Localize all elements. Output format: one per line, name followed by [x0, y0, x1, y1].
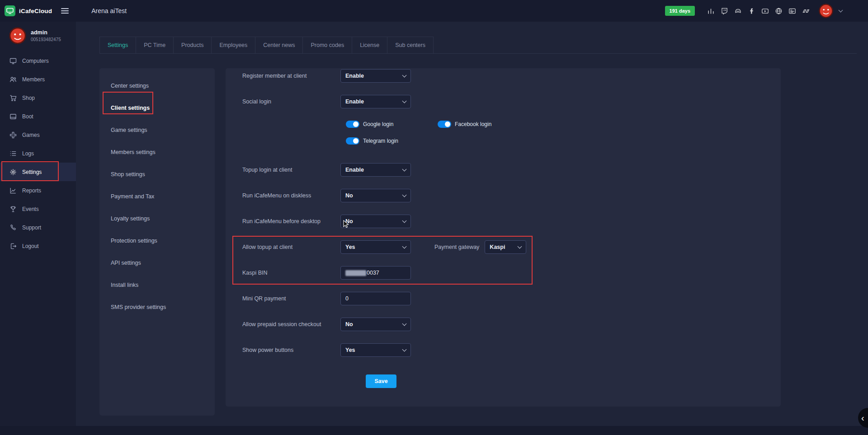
google-login-label: Google login	[363, 121, 393, 127]
tab-license[interactable]: License	[352, 37, 387, 53]
card-icon[interactable]	[788, 7, 796, 15]
user-id: 005193482475	[31, 37, 61, 42]
nav-client-settings[interactable]: Client settings	[99, 97, 215, 119]
telegram-login-toggle[interactable]	[346, 137, 359, 145]
menu-toggle-icon[interactable]	[61, 8, 69, 14]
sidebar-item-label: Support	[22, 225, 41, 231]
sidebar-item-computers[interactable]: Computers	[0, 51, 76, 70]
sidebar-item-games[interactable]: Games	[0, 126, 76, 144]
run-diskless-label: Run iCafeMenu on diskless	[242, 192, 340, 199]
chevron-down-icon[interactable]	[839, 8, 843, 12]
allow-topup-select[interactable]: Yes	[340, 240, 411, 254]
nav-install-links[interactable]: Install links	[99, 274, 215, 296]
sidebar-item-label: Members	[22, 76, 45, 83]
mini-qr-input[interactable]: 0	[340, 292, 411, 305]
topup-login-label: Topup login at client	[242, 167, 340, 173]
payment-gateway-select[interactable]: Kaspi	[485, 240, 526, 254]
discord-icon[interactable]	[734, 7, 742, 15]
logo-text: iCafeCloud	[19, 8, 52, 14]
logout-icon	[9, 243, 17, 250]
sidebar-item-boot[interactable]: Boot	[0, 107, 76, 126]
nav-protection-settings[interactable]: Protection settings	[99, 229, 215, 252]
kaspi-bin-input[interactable]: 0037	[340, 266, 411, 280]
gamepad-icon	[9, 131, 17, 139]
sidebar-avatar[interactable]	[9, 27, 26, 44]
nav-members-settings[interactable]: Members settings	[99, 141, 215, 163]
tab-promo-codes[interactable]: Promo codes	[303, 37, 352, 53]
run-before-desktop-select[interactable]: No	[340, 215, 411, 228]
show-power-select[interactable]: Yes	[340, 343, 411, 357]
nav-loyalty-settings[interactable]: Loyalty settings	[99, 207, 215, 229]
redacted-value	[345, 270, 366, 276]
topup-login-select[interactable]: Enable	[340, 163, 411, 177]
nav-sms-provider-settings[interactable]: SMS provider settings	[99, 296, 215, 318]
kaspi-bin-label: Kaspi BIN	[242, 270, 340, 276]
app-screen: iCafeCloud Arena aiTest 191 days	[0, 0, 868, 435]
tab-employees[interactable]: Employees	[212, 37, 255, 53]
sidebar-item-shop[interactable]: Shop	[0, 89, 76, 107]
chevron-down-icon	[402, 73, 407, 77]
save-button[interactable]: Save	[366, 374, 396, 388]
tab-products[interactable]: Products	[174, 37, 212, 53]
globe-icon[interactable]	[775, 7, 783, 15]
phone-icon	[9, 224, 17, 231]
google-login-toggle[interactable]	[346, 121, 359, 128]
chevron-down-icon	[402, 167, 407, 171]
tab-bar: Settings PC Time Products Employees Cent…	[99, 37, 857, 54]
facebook-login-toggle[interactable]	[438, 121, 451, 128]
sidebar-item-members[interactable]: Members	[0, 70, 76, 89]
allow-topup-label: Allow topup at client	[242, 244, 340, 250]
payment-gateway-label: Payment gateway	[434, 244, 479, 250]
sidebar-item-reports[interactable]: Reports	[0, 181, 76, 200]
sidebar-item-settings[interactable]: Settings	[0, 163, 76, 181]
list-icon	[9, 150, 17, 157]
register-member-select[interactable]: Enable	[340, 69, 411, 83]
sidebar-item-label: Settings	[22, 169, 42, 175]
trophy-icon	[9, 206, 17, 213]
facebook-icon[interactable]	[748, 7, 755, 15]
tab-center-news[interactable]: Center news	[255, 37, 303, 53]
sidebar-item-support[interactable]: Support	[0, 218, 76, 237]
youtube-icon[interactable]	[761, 7, 769, 15]
sidebar-item-label: Computers	[22, 58, 49, 64]
social-login-select[interactable]: Enable	[340, 95, 411, 108]
sidebar-item-logs[interactable]: Logs	[0, 144, 76, 163]
chevron-down-icon	[402, 98, 407, 103]
icafecloud-logo[interactable]: iCafeCloud	[5, 5, 52, 16]
nav-shop-settings[interactable]: Shop settings	[99, 163, 215, 185]
twitch-icon[interactable]	[721, 7, 728, 15]
bottom-band	[0, 426, 868, 435]
client-settings-panel: Register member at client Enable Social …	[226, 68, 781, 407]
tab-pc-time[interactable]: PC Time	[136, 37, 174, 53]
tab-sub-centers[interactable]: Sub centers	[387, 37, 434, 53]
drive-icon	[9, 113, 17, 120]
sidebar-item-label: Logs	[22, 150, 34, 157]
chevron-down-icon	[402, 321, 407, 326]
sidebar-item-label: Events	[22, 206, 39, 212]
sidebar-nav: Computers Members Shop Boot Games Logs	[0, 51, 76, 255]
chevron-down-icon	[402, 244, 407, 248]
topbar-right: 191 days	[665, 4, 868, 18]
sidebar-item-events[interactable]: Events	[0, 200, 76, 218]
chevron-left-icon: ‹	[861, 413, 864, 423]
mini-qr-label: Mini QR payment	[242, 295, 340, 302]
facebook-login-label: Facebook login	[455, 121, 491, 127]
nav-payment-and-tax[interactable]: Payment and Tax	[99, 185, 215, 207]
sidebar-item-logout[interactable]: Logout	[0, 237, 76, 255]
prepaid-checkout-select[interactable]: No	[340, 318, 411, 331]
nav-api-settings[interactable]: API settings	[99, 252, 215, 274]
panels: Center settings Client settings Game set…	[99, 68, 868, 416]
sidebar-item-label: Boot	[22, 113, 33, 120]
tab-settings[interactable]: Settings	[99, 37, 136, 53]
telegram-login-label: Telegram login	[363, 138, 398, 144]
chevron-down-icon	[518, 244, 522, 248]
main-content: Settings PC Time Products Employees Cent…	[76, 22, 868, 426]
poll-icon[interactable]	[707, 7, 715, 15]
run-diskless-select[interactable]: No	[340, 189, 411, 202]
nav-game-settings[interactable]: Game settings	[99, 119, 215, 141]
license-days-badge[interactable]: 191 days	[665, 6, 695, 16]
layers-icon[interactable]	[802, 7, 810, 15]
chevron-down-icon	[402, 218, 407, 223]
nav-center-settings[interactable]: Center settings	[99, 75, 215, 97]
user-avatar[interactable]	[819, 4, 833, 18]
